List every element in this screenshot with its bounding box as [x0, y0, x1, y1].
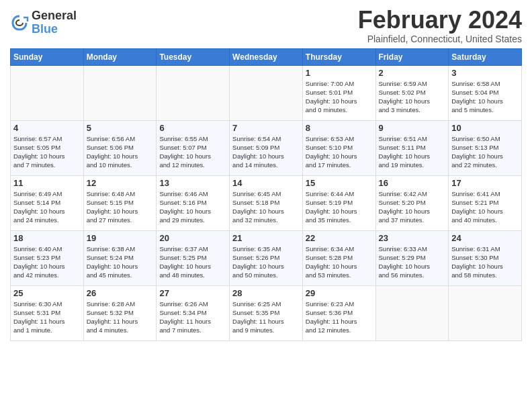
weekday-header-thursday: Thursday [302, 48, 375, 65]
calendar-cell: 25Sunrise: 6:30 AM Sunset: 5:31 PM Dayli… [11, 285, 84, 340]
month-title: February 2024 [358, 7, 522, 34]
day-number: 6 [159, 123, 226, 133]
day-number: 20 [159, 233, 226, 243]
header: General Blue February 2024 Plainfield, C… [10, 7, 522, 44]
day-number: 24 [451, 233, 519, 243]
day-number: 26 [87, 288, 154, 298]
weekday-header-row: SundayMondayTuesdayWednesdayThursdayFrid… [11, 48, 522, 65]
calendar-cell: 23Sunrise: 6:33 AM Sunset: 5:29 PM Dayli… [375, 230, 449, 285]
calendar-cell [449, 285, 522, 340]
day-number: 8 [306, 123, 373, 133]
calendar-cell: 10Sunrise: 6:50 AM Sunset: 5:13 PM Dayli… [449, 120, 522, 175]
calendar-cell: 22Sunrise: 6:34 AM Sunset: 5:28 PM Dayli… [302, 230, 375, 285]
day-info: Sunrise: 6:51 AM Sunset: 5:11 PM Dayligh… [379, 134, 446, 170]
day-info: Sunrise: 6:54 AM Sunset: 5:09 PM Dayligh… [232, 134, 300, 170]
calendar-cell: 16Sunrise: 6:42 AM Sunset: 5:20 PM Dayli… [375, 175, 449, 230]
calendar-cell: 6Sunrise: 6:55 AM Sunset: 5:07 PM Daylig… [157, 120, 230, 175]
day-info: Sunrise: 6:57 AM Sunset: 5:05 PM Dayligh… [13, 134, 81, 170]
calendar-week-5: 25Sunrise: 6:30 AM Sunset: 5:31 PM Dayli… [11, 285, 522, 340]
day-info: Sunrise: 6:53 AM Sunset: 5:10 PM Dayligh… [306, 134, 373, 170]
day-info: Sunrise: 6:49 AM Sunset: 5:14 PM Dayligh… [13, 189, 81, 225]
day-number: 27 [159, 288, 226, 298]
calendar-cell: 11Sunrise: 6:49 AM Sunset: 5:14 PM Dayli… [11, 175, 84, 230]
day-number: 3 [451, 68, 519, 78]
calendar-cell: 7Sunrise: 6:54 AM Sunset: 5:09 PM Daylig… [230, 120, 303, 175]
calendar-cell [83, 65, 157, 120]
day-info: Sunrise: 6:35 AM Sunset: 5:26 PM Dayligh… [232, 244, 300, 280]
calendar-cell: 27Sunrise: 6:26 AM Sunset: 5:34 PM Dayli… [157, 285, 230, 340]
day-info: Sunrise: 6:28 AM Sunset: 5:32 PM Dayligh… [87, 300, 154, 335]
calendar-cell: 17Sunrise: 6:41 AM Sunset: 5:21 PM Dayli… [449, 175, 522, 230]
day-number: 14 [232, 178, 300, 188]
calendar-cell: 12Sunrise: 6:48 AM Sunset: 5:15 PM Dayli… [83, 175, 157, 230]
day-info: Sunrise: 6:38 AM Sunset: 5:24 PM Dayligh… [87, 244, 154, 280]
day-number: 16 [379, 178, 446, 188]
calendar-cell: 9Sunrise: 6:51 AM Sunset: 5:11 PM Daylig… [375, 120, 449, 175]
calendar-cell: 8Sunrise: 6:53 AM Sunset: 5:10 PM Daylig… [302, 120, 375, 175]
day-number: 9 [379, 123, 446, 133]
day-number: 2 [379, 68, 446, 78]
logo-icon [10, 13, 29, 32]
day-info: Sunrise: 6:23 AM Sunset: 5:36 PM Dayligh… [306, 300, 373, 335]
day-number: 5 [87, 123, 154, 133]
day-info: Sunrise: 6:44 AM Sunset: 5:19 PM Dayligh… [306, 189, 373, 225]
calendar-cell: 19Sunrise: 6:38 AM Sunset: 5:24 PM Dayli… [83, 230, 157, 285]
calendar-cell: 13Sunrise: 6:46 AM Sunset: 5:16 PM Dayli… [157, 175, 230, 230]
day-info: Sunrise: 6:50 AM Sunset: 5:13 PM Dayligh… [451, 134, 519, 170]
logo-text: General Blue [32, 9, 77, 36]
day-number: 1 [306, 68, 373, 78]
day-info: Sunrise: 7:00 AM Sunset: 5:01 PM Dayligh… [306, 79, 373, 115]
location: Plainfield, Connecticut, United States [358, 34, 522, 44]
weekday-header-monday: Monday [83, 48, 157, 65]
day-number: 29 [306, 288, 373, 298]
day-number: 12 [87, 178, 154, 188]
day-number: 23 [379, 233, 446, 243]
day-number: 21 [232, 233, 300, 243]
calendar-cell [375, 285, 449, 340]
day-info: Sunrise: 6:40 AM Sunset: 5:23 PM Dayligh… [13, 244, 81, 280]
day-info: Sunrise: 6:41 AM Sunset: 5:21 PM Dayligh… [451, 189, 519, 225]
day-info: Sunrise: 6:46 AM Sunset: 5:16 PM Dayligh… [159, 189, 226, 225]
day-info: Sunrise: 6:31 AM Sunset: 5:30 PM Dayligh… [451, 244, 519, 280]
day-number: 19 [87, 233, 154, 243]
day-info: Sunrise: 6:33 AM Sunset: 5:29 PM Dayligh… [379, 244, 446, 280]
calendar-cell: 18Sunrise: 6:40 AM Sunset: 5:23 PM Dayli… [11, 230, 84, 285]
calendar-cell: 1Sunrise: 7:00 AM Sunset: 5:01 PM Daylig… [302, 65, 375, 120]
day-number: 15 [306, 178, 373, 188]
calendar-week-4: 18Sunrise: 6:40 AM Sunset: 5:23 PM Dayli… [11, 230, 522, 285]
day-number: 13 [159, 178, 226, 188]
day-number: 10 [451, 123, 519, 133]
calendar-cell: 14Sunrise: 6:45 AM Sunset: 5:18 PM Dayli… [230, 175, 303, 230]
day-number: 18 [13, 233, 81, 243]
day-info: Sunrise: 6:45 AM Sunset: 5:18 PM Dayligh… [232, 189, 300, 225]
day-info: Sunrise: 6:37 AM Sunset: 5:25 PM Dayligh… [159, 244, 226, 280]
day-info: Sunrise: 6:42 AM Sunset: 5:20 PM Dayligh… [379, 189, 446, 225]
day-number: 25 [13, 288, 81, 298]
logo: General Blue [10, 9, 77, 36]
day-info: Sunrise: 6:48 AM Sunset: 5:15 PM Dayligh… [87, 189, 154, 225]
calendar-cell: 3Sunrise: 6:58 AM Sunset: 5:04 PM Daylig… [449, 65, 522, 120]
day-info: Sunrise: 6:58 AM Sunset: 5:04 PM Dayligh… [451, 79, 519, 115]
calendar: SundayMondayTuesdayWednesdayThursdayFrid… [10, 48, 522, 341]
day-number: 17 [451, 178, 519, 188]
day-info: Sunrise: 6:34 AM Sunset: 5:28 PM Dayligh… [306, 244, 373, 280]
weekday-header-friday: Friday [375, 48, 449, 65]
weekday-header-wednesday: Wednesday [230, 48, 303, 65]
calendar-week-1: 1Sunrise: 7:00 AM Sunset: 5:01 PM Daylig… [11, 65, 522, 120]
calendar-cell [230, 65, 303, 120]
day-number: 22 [306, 233, 373, 243]
calendar-cell: 5Sunrise: 6:56 AM Sunset: 5:06 PM Daylig… [83, 120, 157, 175]
weekday-header-sunday: Sunday [11, 48, 84, 65]
calendar-cell: 15Sunrise: 6:44 AM Sunset: 5:19 PM Dayli… [302, 175, 375, 230]
calendar-cell: 26Sunrise: 6:28 AM Sunset: 5:32 PM Dayli… [83, 285, 157, 340]
day-info: Sunrise: 6:59 AM Sunset: 5:02 PM Dayligh… [379, 79, 446, 115]
page-container: General Blue February 2024 Plainfield, C… [0, 0, 532, 345]
day-number: 28 [232, 288, 300, 298]
calendar-cell: 29Sunrise: 6:23 AM Sunset: 5:36 PM Dayli… [302, 285, 375, 340]
calendar-cell [11, 65, 84, 120]
weekday-header-tuesday: Tuesday [157, 48, 230, 65]
day-number: 11 [13, 178, 81, 188]
calendar-cell: 28Sunrise: 6:25 AM Sunset: 5:35 PM Dayli… [230, 285, 303, 340]
day-number: 4 [13, 123, 81, 133]
calendar-week-3: 11Sunrise: 6:49 AM Sunset: 5:14 PM Dayli… [11, 175, 522, 230]
